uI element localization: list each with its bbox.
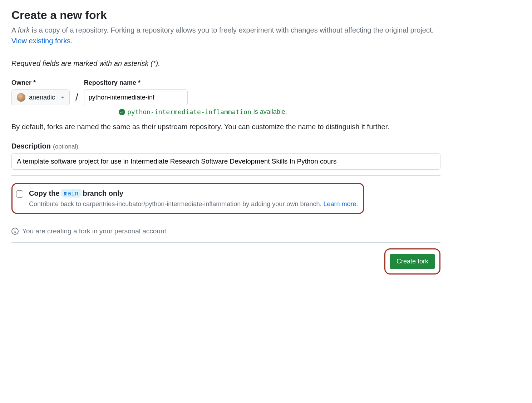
view-existing-forks-link[interactable]: View existing forks. — [11, 37, 73, 45]
info-icon — [11, 228, 19, 235]
branch-badge: main — [61, 189, 82, 198]
required-fields-note: Required fields are marked with an aster… — [11, 59, 440, 68]
check-circle-icon — [119, 109, 125, 115]
description-optional: (optional) — [53, 143, 78, 150]
copy-main-branch-checkbox[interactable] — [16, 190, 23, 198]
divider — [11, 175, 440, 176]
personal-account-info: You are creating a fork in your personal… — [11, 227, 440, 235]
create-fork-button[interactable]: Create fork — [390, 254, 435, 269]
avatar — [17, 93, 25, 102]
description-label: Description — [11, 142, 51, 150]
divider — [11, 242, 440, 243]
repo-name-label: Repository name * — [84, 79, 188, 87]
page-subtitle: A fork is a copy of a repository. Forkin… — [11, 25, 440, 46]
owner-select[interactable]: anenadic — [11, 89, 70, 105]
divider — [11, 220, 440, 220]
availability-message: python-intermediate-inflammation is avai… — [119, 108, 440, 116]
page-title: Create a new fork — [11, 9, 440, 22]
caret-down-icon — [61, 97, 64, 98]
create-fork-highlight: Create fork — [384, 248, 440, 275]
description-input[interactable] — [11, 153, 440, 170]
repo-name-input[interactable] — [84, 89, 188, 105]
availability-status: is available. — [253, 108, 287, 116]
fork-naming-help: By default, forks are named the same as … — [11, 121, 440, 132]
copy-branch-section: Copy the main branch only Contribute bac… — [11, 183, 364, 214]
owner-label: Owner * — [11, 79, 70, 87]
learn-more-link[interactable]: Learn more. — [323, 200, 358, 208]
divider — [11, 52, 440, 52]
availability-repo-name: python-intermediate-inflammation — [127, 108, 251, 116]
copy-branch-title: Copy the main branch only — [29, 189, 358, 198]
copy-branch-subtitle: Contribute back to carpentries-incubator… — [29, 200, 358, 208]
slash-separator: / — [74, 92, 80, 105]
owner-value: anenadic — [29, 94, 55, 101]
